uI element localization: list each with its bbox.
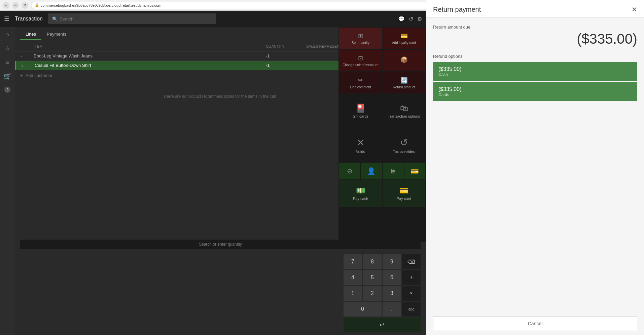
numpad-9[interactable]: 9 [383,254,401,269]
small-icon-2-sym: 👤 [367,167,375,175]
line-comment-icon: ✏ [358,77,363,84]
numpad-abc[interactable]: abc [402,302,421,317]
sync-icon[interactable]: ↺ [409,16,413,22]
sidebar-item-list[interactable]: ≡ [6,59,9,66]
small-icon-2[interactable]: 👤 [361,163,382,179]
numpad-dot[interactable]: . [383,302,401,317]
forward-button[interactable]: → [12,2,19,9]
settings-icon[interactable]: ⚙ [417,16,422,22]
numpad-7[interactable]: 7 [344,254,362,269]
return-product-btn[interactable]: 📦 [383,50,425,71]
refresh-button[interactable]: ↺ [22,2,28,9]
gift-cards-icon: 🎴 [356,103,366,113]
line-comment-label: Line comment [350,85,371,89]
transaction-options-label: Transaction options [388,114,420,118]
return-amount-value: ($335.00) [433,31,637,47]
tax-overrides-btn[interactable]: ↺ Tax overrides [383,128,425,162]
action-grid-panel: ⊞ Set quantity 💳 Add loyalty card ⊡ Chan… [338,27,426,242]
numpad-plusminus[interactable]: ± [402,270,421,285]
return-header: Return payment ✕ [426,0,644,18]
change-unit-icon: ⊡ [358,54,363,62]
sidebar-item-cart[interactable]: 🛒 [4,73,11,80]
action-grid-small: ⊖ 👤 🖥 💳 [339,163,425,179]
add-loyalty-label: Add loyalty card [392,41,416,45]
small-icon-1-sym: ⊖ [347,167,353,175]
nav-title: Transaction [15,16,43,22]
sidebar-item-home[interactable]: ⌂ [6,31,9,38]
refund-cash-amount: ($335.00) [438,66,632,72]
tab-payments[interactable]: Payments [41,29,72,40]
row-chevron: ∨ [20,54,34,58]
pay-card-icon: 💳 [399,186,408,195]
back-button[interactable]: ← [3,2,9,9]
row-item: Boot-Leg Vintage Wash Jeans [34,53,266,58]
numpad-grid: 7 8 9 ⌫ 4 5 6 ± 1 2 3 × 0 . abc ↵ [15,253,426,335]
voids-label: Voids [356,150,365,154]
numpad-1[interactable]: 1 [344,286,362,301]
numpad-6[interactable]: 6 [383,270,401,285]
numpad-multiply[interactable]: × [402,286,421,301]
pay-cash-icon: 💵 [356,186,365,195]
add-loyalty-icon: 💳 [400,32,408,40]
action-grid-row4: ✕ Voids ↺ Tax overrides [339,128,425,162]
cancel-button[interactable]: Cancel [433,316,637,331]
set-quantity-btn[interactable]: ⊞ Set quantity [339,28,382,49]
add-icon: + [20,73,23,78]
add-loyalty-card-btn[interactable]: 💳 Add loyalty card [383,28,425,49]
numpad-panel: 7 8 9 ⌫ 4 5 6 ± 1 2 3 × 0 . abc ↵ [15,238,426,335]
set-quantity-label: Set quantity [352,41,369,45]
voids-btn[interactable]: ✕ Voids [339,128,382,162]
return-amount-label: Return amount due [433,25,637,30]
numpad-enter[interactable]: ↵ [344,318,421,332]
numpad-3[interactable]: 3 [383,286,401,301]
action-grid-row1: ⊞ Set quantity 💳 Add loyalty card [339,28,425,49]
refund-option-cards[interactable]: ($335.00) Cards [433,82,637,101]
refund-option-cash[interactable]: ($335.00) Cash [433,62,637,81]
row-chevron: ∨ [21,64,35,67]
tax-overrides-label: Tax overrides [393,150,415,154]
numpad-5[interactable]: 5 [363,270,382,285]
numpad-4[interactable]: 4 [344,270,362,285]
refund-cash-type: Cash [438,72,632,77]
gift-cards-btn[interactable]: 🎴 Gift cards [339,94,382,128]
small-icon-1[interactable]: ⊖ [339,163,360,179]
transaction-options-btn[interactable]: 🛍 Transaction options [383,94,425,128]
refund-cards-type: Cards [438,92,632,97]
voids-icon: ✕ [357,137,364,148]
sidebar-item-star[interactable]: ☆ [5,45,10,52]
refund-options-label: Refund options [433,54,637,59]
top-nav: ☰ Transaction 🔍 Search 💬 ↺ ⚙ [0,11,426,27]
small-icon-4[interactable]: 💳 [404,163,426,179]
return-product-icon2: 🔄 [400,77,408,84]
row-quantity: -1 [266,63,306,68]
search-bar[interactable]: 🔍 Search [48,13,216,24]
return-product-label2: Return product [393,85,415,89]
tax-overrides-icon: ↺ [400,137,408,148]
numpad-2[interactable]: 2 [363,286,382,301]
numpad-8[interactable]: 8 [363,254,382,269]
pay-cash-btn[interactable]: 💵 Pay cash [339,180,382,207]
return-product-icon: 📦 [400,56,408,64]
sidebar-item-badge[interactable]: 2 [4,87,10,93]
small-icon-3[interactable]: 🖥 [383,163,404,179]
pay-cash-label: Pay cash [353,197,368,201]
close-button[interactable]: ✕ [632,5,637,13]
col-quantity: QUANTITY [266,44,306,48]
action-grid-pay: 💵 Pay cash 💳 Pay card [339,180,425,207]
tab-lines[interactable]: Lines [20,29,41,40]
change-unit-btn[interactable]: ⊡ Change unit of measure [339,50,382,71]
line-comment-btn[interactable]: ✏ Line comment [339,72,382,93]
refund-cards-amount: ($335.00) [438,86,632,92]
numpad-0[interactable]: 0 [344,302,382,317]
nav-icons: 💬 ↺ ⚙ [398,16,422,22]
col-item: ITEM [34,44,266,48]
gift-cards-label: Gift cards [353,114,368,118]
numpad-backspace[interactable]: ⌫ [402,254,421,269]
row-item: Casual Fit Button-Down Shirt [35,63,266,68]
chat-icon[interactable]: 💬 [398,16,405,22]
action-grid-row3: 🎴 Gift cards 🛍 Transaction options [339,94,425,128]
hamburger-menu[interactable]: ☰ [4,15,9,23]
col-check [20,44,34,48]
pay-card-btn[interactable]: 💳 Pay card [383,180,425,207]
return-product-btn2[interactable]: 🔄 Return product [383,72,425,93]
